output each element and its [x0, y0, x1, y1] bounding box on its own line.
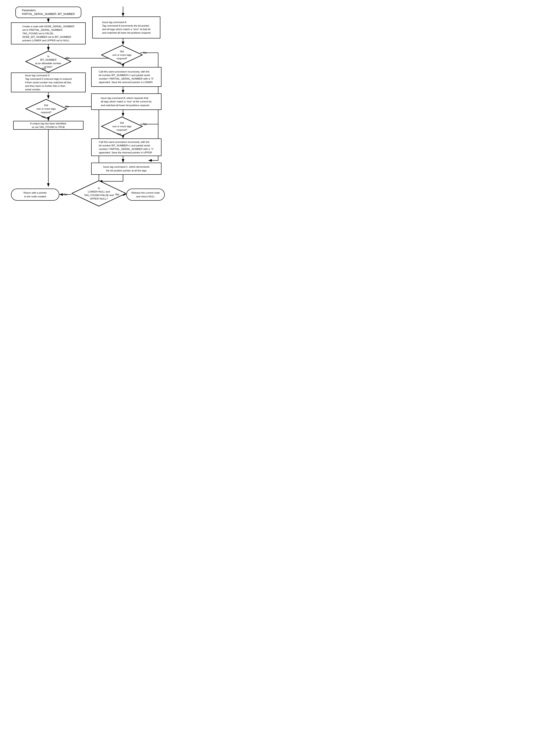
params-label: Parameters: PARTIAL_SERIAL_NUMBER, BIT_N…: [20, 8, 77, 17]
is-lower-null-diamond: Is LOWER=NULL and TAG_FOUND=FALSE and UP…: [71, 180, 126, 207]
issue-cmd-b-box: Issue tag command B, which requests that…: [91, 93, 161, 110]
is-lower-null-no-label: No: [64, 193, 67, 196]
bit-number-diamond: Is BIT_NUMBER at an allowable number of …: [25, 51, 71, 72]
call-recursive-upper-box: Call this same procedure recursively, wi…: [91, 138, 161, 156]
call-recursive-upper-label: Call this same procedure recursively, wi…: [97, 139, 155, 155]
create-node-box: Create a node with NODE_SERIAL_NUMBER se…: [11, 22, 86, 44]
release-node-box: Release the current node and return NULL: [126, 189, 165, 201]
did-respond-b-diamond: Did one or more tags respond?: [101, 116, 143, 136]
is-lower-null-text: Is LOWER=NULL and TAG_FOUND=FALSE and UP…: [71, 180, 126, 207]
return-pointer-box: Return with a pointer to the node create…: [11, 189, 59, 201]
unique-tag-label: A unique tag has been identified, so set…: [30, 122, 67, 129]
did-respond-top-diamond: Did one or more tags respond?: [101, 45, 143, 65]
call-recursive-lower-label: Call this same procedure recursively, wi…: [97, 69, 155, 85]
bit-number-text: Is BIT_NUMBER at an allowable number of …: [25, 51, 71, 72]
params-box: Parameters: PARTIAL_SERIAL_NUMBER, BIT_N…: [15, 7, 81, 18]
issue-cmd-c-box: Issue tag command C, which decrements th…: [91, 162, 161, 175]
did-respond-left-text: Did one or more tags respond?: [25, 99, 67, 119]
create-node-label: Create a node with NODE_SERIAL_NUMBER se…: [20, 24, 77, 43]
did-respond-b-no-label: No: [143, 123, 146, 126]
did-respond-b-text: Did one or more tags respond?: [101, 116, 143, 136]
issue-cmd-b-label: Issue tag command B, which requests that…: [99, 95, 153, 108]
unique-tag-box: A unique tag has been identified, so set…: [13, 121, 83, 130]
did-respond-top-text: Did one or more tags respond?: [101, 45, 143, 65]
did-respond-top-no-label: No: [143, 51, 146, 54]
issue-cmd-a-label: Issue tag command A Tag command A increm…: [100, 20, 153, 35]
release-node-label: Release the current node and return NULL: [131, 191, 160, 198]
call-recursive-lower-box: Call this same procedure recursively, wi…: [91, 67, 161, 87]
issue-cmd-c-label: Issue tag command C, which decrements th…: [101, 164, 151, 173]
issue-cmd-d-box: Issue tag command D Tag command D instru…: [11, 72, 86, 92]
return-pointer-label: Return with a pointer to the node create…: [23, 191, 47, 198]
flowchart: Parameters: PARTIAL_SERIAL_NUMBER, BIT_N…: [4, 4, 162, 229]
did-respond-left-diamond: Did one or more tags respond?: [25, 99, 67, 119]
issue-cmd-d-label: Issue tag command D Tag command D instru…: [23, 73, 74, 92]
issue-cmd-a-box: Issue tag command A Tag command A increm…: [92, 16, 160, 38]
